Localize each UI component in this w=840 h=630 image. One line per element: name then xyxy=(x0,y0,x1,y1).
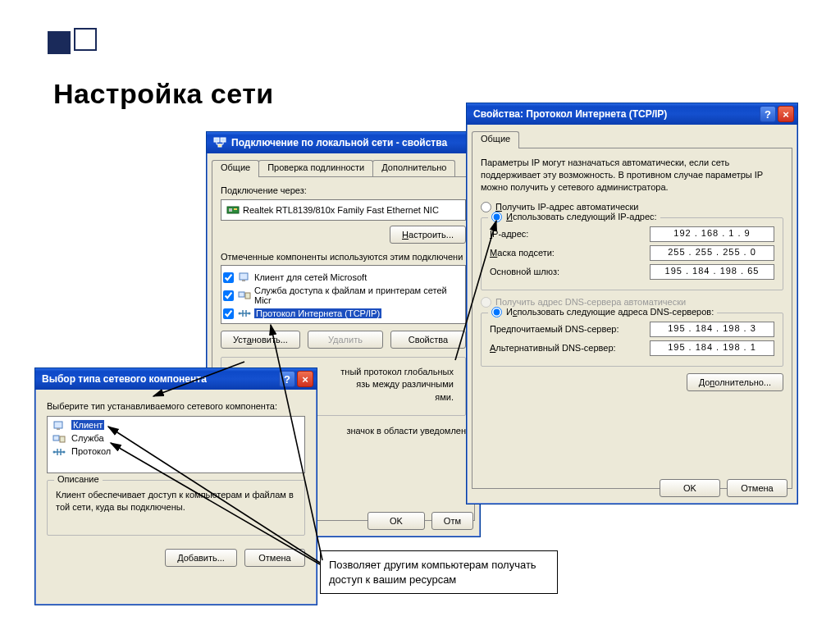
adapter-box: Realtek RTL8139/810x Family Fast Etherne… xyxy=(221,199,466,221)
svg-rect-7 xyxy=(242,280,245,281)
help-button[interactable]: ? xyxy=(760,106,776,122)
slide-title: Настройка сети xyxy=(53,78,274,110)
tcpip-tab-panel: Параметры IP могут назначаться автоматич… xyxy=(472,148,792,489)
svg-rect-6 xyxy=(240,273,248,280)
client-icon xyxy=(238,272,251,283)
fileshare-icon xyxy=(238,290,251,301)
svg-rect-12 xyxy=(54,422,62,428)
select-description-group: Описание Клиент обеспечивает доступ к ко… xyxy=(47,480,305,536)
row-dns2: Альтернативный DNS-сервер:Альтернативный… xyxy=(490,340,774,356)
input-gateway[interactable]: 195 . 184 . 198 . 65 xyxy=(650,264,774,280)
input-mask[interactable]: 255 . 255 . 255 . 0 xyxy=(650,245,774,261)
tab-advanced[interactable]: Дополнительно xyxy=(372,160,455,177)
group-manual-ip: Использовать следующий IP-адрес: Использ… xyxy=(481,217,783,290)
svg-point-16 xyxy=(53,451,56,454)
tcpip-intro-text: Параметры IP могут назначаться автоматич… xyxy=(481,157,783,194)
svg-rect-2 xyxy=(218,144,221,147)
svg-rect-8 xyxy=(239,292,244,297)
properties-button[interactable]: Свойства xyxy=(390,331,466,349)
select-body: Выберите тип устанавливаемого сетевого к… xyxy=(35,390,317,573)
list-item-client[interactable]: Клиент xyxy=(49,419,303,432)
window-select-component: Выбор типа сетевого компонента ? × Выбер… xyxy=(34,368,317,605)
titlebar-lan[interactable]: Подключение по локальной сети - свойства xyxy=(207,132,480,153)
select-title-text: Выбор типа сетевого компонента xyxy=(42,373,277,385)
group-manual-dns: Использовать следующие адреса DNS-сервер… xyxy=(481,313,783,367)
cancel-button[interactable]: Отм xyxy=(431,512,473,530)
components-listbox[interactable]: Клиент для сетей Microsoft Служба доступ… xyxy=(221,265,466,324)
svg-point-17 xyxy=(63,451,66,454)
row-gw: Основной шлюз: 195 . 184 . 198 . 65 xyxy=(490,264,774,280)
checkbox-fileshare[interactable] xyxy=(223,290,234,301)
list-item-service[interactable]: Служба xyxy=(49,432,303,445)
component-item-fileshare[interactable]: Служба доступа к файлам и принтерам сете… xyxy=(223,285,463,305)
tab-auth[interactable]: Проверка подлинности xyxy=(258,160,373,177)
components-label: Отмеченные компоненты используются этим … xyxy=(221,252,466,262)
row-mask: Маска подсети:Маска подсети: 255 . 255 .… xyxy=(490,245,774,261)
svg-rect-9 xyxy=(245,293,250,299)
tcpip-cancel-button[interactable]: Отмена xyxy=(727,479,788,497)
input-dns2[interactable]: 195 . 184 . 198 . 1 xyxy=(650,340,774,356)
protocol-type-icon xyxy=(52,446,66,458)
connect-via-label: Подключение через: xyxy=(221,185,466,195)
delete-button[interactable]: Удалить xyxy=(308,331,383,349)
svg-rect-13 xyxy=(57,428,60,430)
tab-strip: Общие Проверка подлинности Дополнительно xyxy=(212,160,475,177)
select-instruction: Выберите тип устанавливаемого сетевого к… xyxy=(47,401,305,411)
svg-rect-1 xyxy=(221,138,226,142)
select-help-button[interactable]: ? xyxy=(279,371,295,387)
svg-rect-14 xyxy=(53,436,59,441)
help-icon: ? xyxy=(765,109,771,120)
radio-manual-dns-input[interactable] xyxy=(491,307,502,317)
row-dns1: Предпочитаемый DNS-сервер: 195 . 184 . 1… xyxy=(490,322,774,337)
adapter-name: Realtek RTL8139/810x Family Fast Etherne… xyxy=(243,205,439,215)
tcpip-title-text: Свойства: Протокол Интернета (TCP/IP) xyxy=(473,108,758,120)
svg-point-10 xyxy=(239,313,241,315)
input-ip[interactable]: 192 . 168 . 1 . 9 xyxy=(650,226,774,242)
help-icon: ? xyxy=(284,374,290,385)
close-icon: × xyxy=(783,109,789,120)
row-ip: IP-адрес:IP-адрес: 192 . 168 . 1 . 9 xyxy=(490,226,774,242)
protocol-icon xyxy=(238,308,251,319)
list-item-client-label: Клиент xyxy=(71,420,104,430)
advanced-button[interactable]: Дополнительно...Дополнительно... xyxy=(687,373,783,391)
tcpip-ok-button[interactable]: OK xyxy=(660,479,720,497)
select-close-button[interactable]: × xyxy=(297,371,313,387)
close-button[interactable]: × xyxy=(778,106,794,122)
select-cancel-button[interactable]: Отмена xyxy=(244,549,305,567)
close-icon: × xyxy=(302,374,308,385)
svg-rect-4 xyxy=(229,208,232,212)
nic-icon xyxy=(226,204,240,216)
tcpip-tab-strip: Общие xyxy=(472,131,792,148)
tab-tcpip-general[interactable]: Общие xyxy=(472,131,519,148)
component-item-tcpip[interactable]: Протокол Интернета (TCP/IP) xyxy=(223,308,463,319)
window-title-text: Подключение по локальной сети - свойства xyxy=(231,137,477,148)
component-item-client[interactable]: Клиент для сетей Microsoft xyxy=(223,272,463,283)
window-tcpip-properties: Свойства: Протокол Интернета (TCP/IP) ? … xyxy=(466,103,798,504)
titlebar-tcpip[interactable]: Свойства: Протокол Интернета (TCP/IP) ? … xyxy=(467,103,797,125)
client-type-icon xyxy=(52,420,66,431)
checkbox-tcpip[interactable] xyxy=(223,308,234,319)
radio-manual-ip-input[interactable] xyxy=(491,212,502,222)
caption-box: Позволяет другим компьютерам получать до… xyxy=(320,550,558,594)
ok-button[interactable]: OK xyxy=(368,512,425,530)
select-desc-text: Клиент обеспечивает доступ к компьютерам… xyxy=(56,489,296,514)
svg-rect-5 xyxy=(234,208,237,210)
checkbox-client[interactable] xyxy=(223,272,234,283)
component-tcpip-label: Протокол Интернета (TCP/IP) xyxy=(254,308,381,318)
net-icon xyxy=(213,136,226,150)
svg-point-11 xyxy=(249,313,251,315)
add-button[interactable]: Добавить...Добавить... xyxy=(165,549,237,567)
configure-button[interactable]: ННастроить...астроить... xyxy=(390,226,466,244)
titlebar-select[interactable]: Выбор типа сетевого компонента ? × xyxy=(35,368,317,390)
decor-square-outline xyxy=(74,28,97,51)
decor-square-filled xyxy=(48,31,71,54)
svg-rect-15 xyxy=(60,436,65,442)
desc-legend: Описание xyxy=(54,474,103,484)
service-type-icon xyxy=(52,433,66,445)
component-type-listbox[interactable]: Клиент Служба Протокол xyxy=(47,416,305,473)
svg-rect-0 xyxy=(214,138,219,142)
tab-general[interactable]: Общие xyxy=(212,160,259,177)
list-item-protocol[interactable]: Протокол xyxy=(49,445,303,459)
input-dns1[interactable]: 195 . 184 . 198 . 3 xyxy=(650,322,774,337)
install-button[interactable]: Установить...Установить... xyxy=(221,331,300,349)
